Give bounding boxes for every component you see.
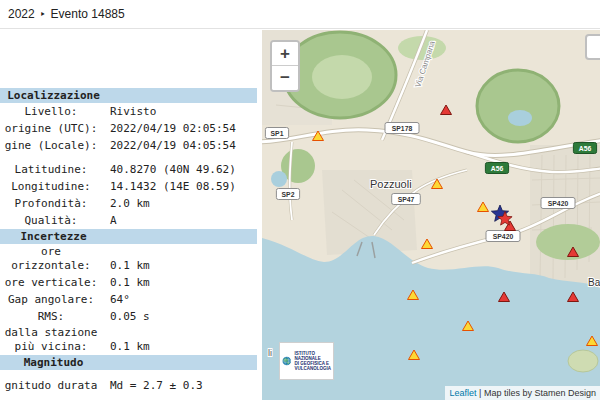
row-label: gnitudo durata <box>0 379 102 393</box>
ingv-globe-icon <box>282 351 292 371</box>
row-spacer <box>0 370 257 377</box>
row-label: Profondità: <box>0 197 102 211</box>
map-attribution: Leaflet | Map tiles by Stamen Design <box>445 386 600 400</box>
road-badge-label: A56 <box>579 145 592 152</box>
row-value: 64° <box>110 293 130 307</box>
zoom-in-button[interactable]: + <box>272 42 298 66</box>
table-row: dalla stazione più vicina:0.1 km <box>0 325 257 355</box>
table-row: Profondità:2.0 km <box>0 195 257 212</box>
event-info-table: LocalizzazioneLivello:Rivistoorigine (UT… <box>0 88 257 394</box>
table-row: origine (UTC):2022/04/19 02:05:54 <box>0 120 257 137</box>
row-spacer <box>0 154 257 161</box>
table-row: Qualità:A <box>0 212 257 229</box>
row-value: A <box>110 214 117 228</box>
row-value: 0.05 s <box>110 310 150 324</box>
table-row: Livello:Rivisto <box>0 103 257 120</box>
road-badge-label: SP47 <box>398 196 415 203</box>
row-label: origine (UTC): <box>0 122 102 136</box>
ingv-logo-text-line: ISTITUTO NAZIONALE <box>295 351 332 361</box>
row-label: Qualità: <box>0 214 102 228</box>
row-value: 2022/04/19 04:05:54 <box>110 139 236 153</box>
row-label: Gap angolare: <box>0 293 102 307</box>
table-row: gine (Locale):2022/04/19 04:05:54 <box>0 137 257 154</box>
table-row: RMS:0.05 s <box>0 308 257 325</box>
row-label: gine (Locale): <box>0 139 102 153</box>
row-label: Longitudine: <box>0 180 102 194</box>
road-badge-label: A56 <box>491 165 504 172</box>
row-label: ore verticale: <box>0 276 102 290</box>
table-row: Latitudine:40.8270 (40N 49.62) <box>0 161 257 178</box>
layers-control[interactable] <box>585 34 600 60</box>
row-label: ore orizzontale: <box>0 245 102 273</box>
attribution-separator: | <box>477 388 484 398</box>
attribution-tiles: Map tiles by Stamen Design <box>484 388 596 398</box>
section-header: Magnitudo <box>0 355 257 370</box>
place-label: Bag <box>588 277 600 288</box>
row-value: Rivisto <box>110 105 156 119</box>
row-value: 40.8270 (40N 49.62) <box>110 163 236 177</box>
row-label: Livello: <box>0 105 102 119</box>
row-value: Md = 2.7 ± 0.3 <box>110 379 203 393</box>
zoom-control: + − <box>270 40 300 92</box>
section-header: Localizzazione <box>0 88 257 103</box>
breadcrumb-event[interactable]: Evento 14885 <box>51 7 125 21</box>
row-value: 2.0 km <box>110 197 150 211</box>
road-badge-label: SP420 <box>493 233 514 240</box>
breadcrumb-separator-icon: ‣ <box>40 9 46 20</box>
ingv-logo: ISTITUTO NAZIONALEDI GEOFISICA EVULCANOL… <box>279 342 334 380</box>
leaflet-link[interactable]: Leaflet <box>450 388 477 398</box>
road-badge-label: SP2 <box>282 191 295 198</box>
table-row: ore verticale:0.1 km <box>0 274 257 291</box>
row-value: 2022/04/19 02:05:54 <box>110 122 236 136</box>
table-row: ore orizzontale:0.1 km <box>0 244 257 274</box>
road-badge-label: SP178 <box>392 125 413 132</box>
table-row: Longitudine:14.1432 (14E 08.59) <box>0 178 257 195</box>
row-label: dalla stazione più vicina: <box>0 326 102 354</box>
row-value: 0.1 km <box>110 259 150 273</box>
row-value: 0.1 km <box>110 276 150 290</box>
row-label: Latitudine: <box>0 163 102 177</box>
ingv-logo-text: ISTITUTO NAZIONALEDI GEOFISICA EVULCANOL… <box>295 351 332 371</box>
road-badge-label: SP1 <box>271 130 284 137</box>
row-value: 0.1 km <box>110 340 150 354</box>
row-label: RMS: <box>0 310 102 324</box>
table-row: Gap angolare:64° <box>0 291 257 308</box>
place-label: Pozzuoli <box>370 178 412 190</box>
zoom-out-button[interactable]: − <box>272 66 298 90</box>
road-badge-label: SP420 <box>548 200 569 207</box>
ingv-logo-text-line: VULCANOLOGIA <box>295 366 332 371</box>
map[interactable]: SP1SP178A56A56SP2SP47SP420SP420 Pozzuoli… <box>262 30 600 400</box>
event-page: 2022 ‣ Evento 14885 LocalizzazioneLivell… <box>0 0 600 400</box>
section-header: Incertezze <box>0 229 257 244</box>
breadcrumb: 2022 ‣ Evento 14885 <box>0 0 600 29</box>
table-row: gnitudo durataMd = 2.7 ± 0.3 <box>0 377 257 394</box>
row-value: 14.1432 (14E 08.59) <box>110 180 236 194</box>
place-label: li <box>268 348 272 358</box>
breadcrumb-year[interactable]: 2022 <box>8 7 35 21</box>
